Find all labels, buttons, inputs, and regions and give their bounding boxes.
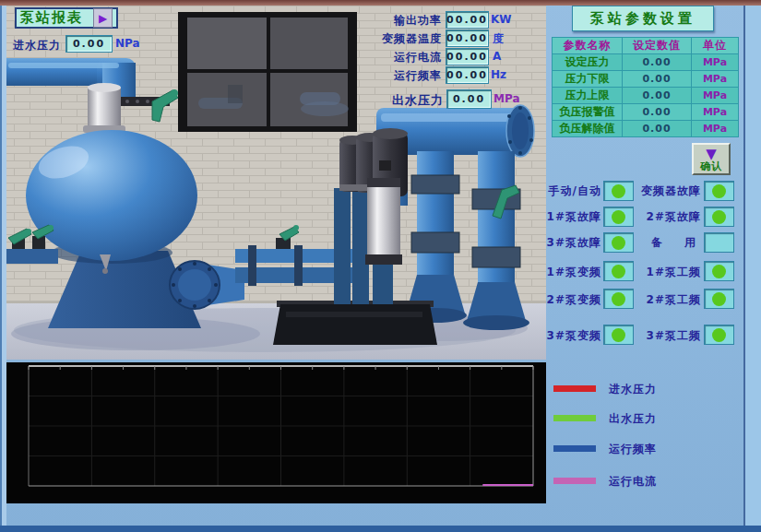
param-value-field[interactable]: 0.00 (623, 121, 692, 137)
param-unit: MPa (692, 71, 739, 88)
settings-table-header: 参数名称 设定数值 单位 (553, 38, 739, 54)
output-power-value-text: 00.00 (446, 14, 488, 26)
riser-pipe-1 (404, 151, 467, 323)
outlet-pressure-value-text: 0.00 (453, 93, 485, 105)
run-frequency-unit: Hz (491, 68, 506, 81)
trend-chart (6, 362, 546, 503)
legend-label-run-current: 运行电流 (609, 474, 657, 490)
settings-row: 负压解除值 0.00 MPa (553, 121, 739, 137)
status-indicator-pump3-mains (704, 325, 734, 345)
status-indicator-pump1-mains (704, 261, 734, 281)
confirm-down-triangle-icon: ▼ (706, 148, 717, 161)
tank-chrome-vent (83, 83, 125, 133)
status-indicator-manual-auto (603, 181, 634, 201)
status-label-pump3-mains: 3#泵工频 (635, 328, 701, 344)
status-label-pump1-vfd: 1#泵变频 (537, 265, 601, 280)
param-name: 压力下限 (553, 71, 623, 88)
confirm-button[interactable]: ▼ 确认 (692, 143, 731, 175)
inlet-pressure-unit: NPa (115, 37, 140, 50)
col-set-value: 设定数值 (623, 38, 692, 54)
run-current-value-text: 00.00 (446, 51, 488, 63)
param-name: 设定压力 (553, 54, 623, 71)
settings-row: 设定压力 0.00 MPa (553, 54, 739, 71)
left-border (0, 6, 6, 526)
status-label-pump1-mains: 1#泵工频 (635, 265, 701, 280)
run-current-label: 运行电流 (373, 50, 442, 65)
bottom-border (0, 526, 761, 532)
run-frequency-label: 运行频率 (373, 68, 442, 84)
status-indicator-pump2-mains (704, 289, 734, 309)
status-label-pump1-fault: 1#泵故障 (537, 209, 601, 225)
status-indicator-pump2-fault (704, 207, 734, 227)
trend-chart-svg (6, 362, 546, 503)
status-label-pump2-vfd: 2#泵变频 (537, 292, 601, 308)
settings-row: 压力下限 0.00 MPa (553, 71, 739, 88)
inverter-temp-unit: 度 (493, 31, 504, 47)
top-border-strip (0, 0, 761, 6)
status-label-pump3-fault: 3#泵故障 (537, 235, 601, 251)
settings-panel-title: 泵站参数设置 (572, 6, 714, 31)
status-led (612, 292, 625, 306)
status-led (612, 236, 625, 250)
inverter-temp-value: 00.00 (446, 30, 489, 47)
legend-label-inlet-pressure: 进水压力 (609, 382, 657, 397)
param-value-field[interactable]: 0.00 (623, 54, 692, 71)
report-button-label: 泵站报表 (20, 9, 83, 27)
output-power-unit: KW (491, 13, 512, 26)
inverter-temp-label: 变频器温度 (373, 31, 442, 47)
param-value-field[interactable]: 0.00 (623, 104, 692, 121)
window (178, 12, 357, 132)
output-power-label: 输出功率 (373, 13, 442, 29)
param-name: 负压解除值 (553, 121, 623, 137)
status-label-spare: 备 用 (635, 235, 701, 251)
status-led (612, 184, 625, 198)
status-label-pump3-vfd: 3#泵变频 (537, 328, 601, 344)
status-led (712, 292, 726, 306)
run-frequency-value: 00.00 (446, 66, 489, 84)
status-label-manual-auto: 手动/自动 (537, 183, 601, 199)
settings-row: 压力上限 0.00 MPa (553, 88, 739, 104)
right-border (743, 6, 761, 526)
output-power-value: 00.00 (446, 11, 489, 29)
run-current-value: 00.00 (446, 48, 489, 65)
status-led (612, 265, 625, 278)
param-unit: MPa (692, 121, 739, 137)
param-value-field[interactable]: 0.00 (623, 88, 692, 104)
run-frequency-value-text: 00.00 (446, 69, 488, 81)
status-led (712, 328, 726, 342)
legend-swatch-run-current (553, 478, 596, 484)
legend-swatch-inlet-pressure (553, 385, 596, 392)
status-led (712, 265, 726, 278)
settings-row: 负压报警值 0.00 MPa (553, 104, 739, 121)
param-name: 负压报警值 (553, 104, 623, 121)
report-button[interactable]: 泵站报表 ▶ (15, 7, 118, 29)
status-led (712, 184, 726, 198)
status-led (612, 210, 625, 224)
status-led (712, 236, 726, 250)
inverter-temp-value-text: 00.00 (446, 32, 488, 44)
confirm-button-label: 确认 (700, 161, 722, 171)
pump-skid-base (273, 301, 437, 345)
outlet-pressure-value: 0.00 (446, 89, 492, 109)
outlet-pressure-unit: MPa (493, 92, 520, 105)
play-icon[interactable]: ▶ (93, 8, 113, 28)
param-value-field[interactable]: 0.00 (623, 71, 692, 88)
run-current-unit: A (493, 50, 501, 63)
status-label-pump2-fault: 2#泵故障 (635, 209, 701, 225)
status-led (712, 210, 726, 224)
status-label-pump2-mains: 2#泵工频 (635, 292, 701, 308)
inlet-pressure-value: 0.00 (65, 35, 113, 53)
status-indicator-pump1-vfd (603, 261, 634, 281)
status-indicator-pump1-fault (603, 207, 634, 227)
legend-label-outlet-pressure: 出水压力 (609, 411, 657, 427)
col-param-name: 参数名称 (553, 38, 623, 54)
pump-station-hmi-screen: 泵站报表 ▶ 进水压力 0.00 NPa 输出功率 00.00 KW 变频器温度… (0, 0, 761, 532)
settings-table: 参数名称 设定数值 单位 设定压力 0.00 MPa 压力下限 0.00 MPa… (552, 37, 739, 137)
param-unit: MPa (692, 104, 739, 121)
param-unit: MPa (692, 88, 739, 104)
status-indicator-pump2-vfd (603, 289, 634, 309)
status-indicator-spare (704, 232, 734, 253)
status-indicator-pump3-fault (603, 232, 634, 253)
status-label-inverter-fault: 变频器故障 (635, 183, 701, 199)
col-unit: 单位 (692, 38, 739, 54)
